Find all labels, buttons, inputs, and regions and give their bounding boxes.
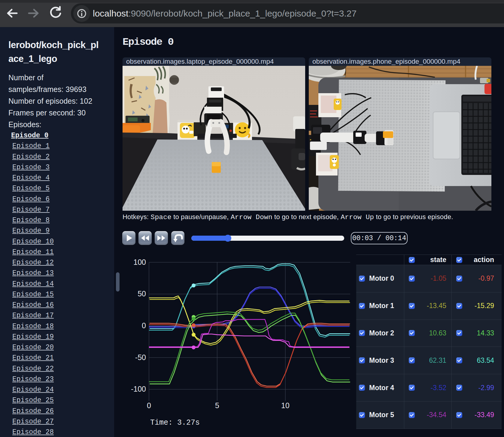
svg-text:-50: -50 [135, 353, 146, 362]
svg-text:0: 0 [142, 321, 146, 330]
svg-text:-100: -100 [131, 385, 146, 393]
svg-text:5: 5 [215, 401, 219, 410]
svg-text:100: 100 [133, 258, 146, 266]
svg-text:50: 50 [138, 289, 146, 298]
svg-text:Time: 3.27s: Time: 3.27s [150, 418, 200, 427]
svg-text:10: 10 [281, 401, 290, 410]
svg-text:0: 0 [147, 401, 151, 410]
